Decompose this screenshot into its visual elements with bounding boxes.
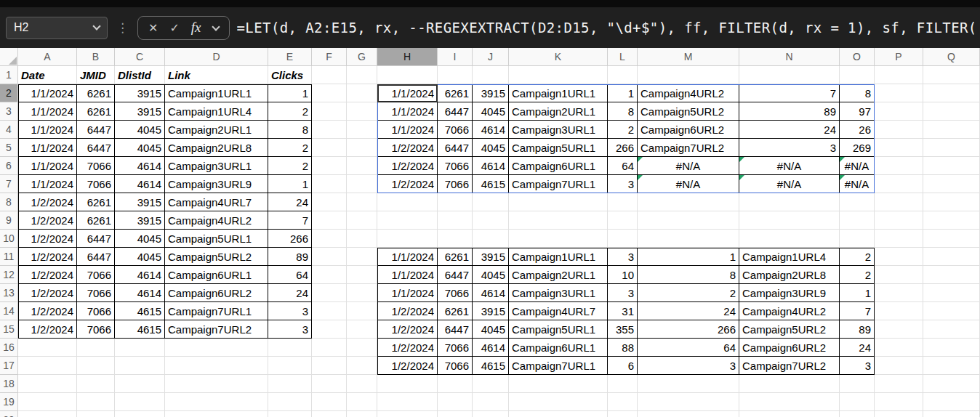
row-header-11[interactable]: 11 [0,248,18,266]
cell-A7[interactable]: 1/1/2024 [18,175,77,193]
cell-N8[interactable] [739,193,840,211]
cell-O11[interactable]: 2 [840,248,875,266]
cell-B18[interactable] [77,375,115,393]
cell-P6[interactable] [875,157,923,175]
column-header-K[interactable]: K [509,48,608,66]
cell-Q3[interactable] [923,102,980,121]
cell-B1[interactable]: JMID [77,66,115,84]
cell-B20[interactable] [77,411,115,417]
cell-I18[interactable] [438,375,473,393]
row-header-10[interactable]: 10 [0,230,18,248]
cell-P18[interactable] [875,375,923,393]
cell-H3[interactable]: 1/1/2024 [377,102,438,121]
cell-D10[interactable]: Campaign5URL1 [165,230,268,248]
cell-P10[interactable] [875,230,923,248]
cell-E16[interactable] [268,339,312,357]
cell-B8[interactable]: 6261 [77,193,115,211]
cell-P20[interactable] [875,411,923,417]
column-header-C[interactable]: C [115,48,165,66]
cell-J10[interactable] [473,230,509,248]
cell-L1[interactable] [608,66,638,84]
cell-N18[interactable] [739,375,840,393]
cell-C20[interactable] [115,411,165,417]
cell-P17[interactable] [875,357,923,375]
row-header-6[interactable]: 6 [0,157,18,175]
cell-N20[interactable] [739,411,840,417]
cell-K11[interactable]: Campaign1URL1 [509,248,608,266]
cell-M7-error[interactable]: #N/A [638,175,739,193]
cell-G11[interactable] [347,248,377,266]
cell-Q11[interactable] [923,248,980,266]
cell-M14[interactable]: 24 [638,302,739,320]
cell-O1[interactable] [840,66,875,84]
cell-Q12[interactable] [923,266,980,284]
cell-L6[interactable]: 64 [608,157,638,175]
cell-G12[interactable] [347,266,377,284]
cell-A19[interactable] [18,393,77,411]
cell-P13[interactable] [875,284,923,302]
cell-A20[interactable] [18,411,77,417]
cell-M17[interactable]: 3 [638,357,739,375]
column-header-H[interactable]: H [377,48,438,66]
cell-E4[interactable]: 8 [268,121,312,139]
cell-L18[interactable] [608,375,638,393]
cell-A13[interactable]: 1/2/2024 [18,284,77,302]
cell-P2[interactable] [875,84,923,102]
enter-button[interactable]: ✓ [169,21,179,35]
cell-C5[interactable]: 4045 [115,139,165,157]
cell-J3[interactable]: 4045 [473,102,509,121]
cell-F12[interactable] [312,266,347,284]
cell-N4[interactable]: 24 [739,121,840,139]
cell-M4[interactable]: Campaign6URL2 [638,121,739,139]
cell-G19[interactable] [347,393,377,411]
cell-G1[interactable] [347,66,377,84]
cell-P19[interactable] [875,393,923,411]
cell-I5[interactable]: 6447 [438,139,473,157]
cell-O5[interactable]: 269 [840,139,875,157]
cell-M11[interactable]: 1 [638,248,739,266]
row-header-8[interactable]: 8 [0,193,18,211]
formula-input[interactable]: =LET(d, A2:E15, rx, --REGEXEXTRACT(D2:D1… [237,20,974,36]
cell-C1[interactable]: DlistId [115,66,165,84]
cell-O12[interactable]: 2 [840,266,875,284]
cell-B16[interactable] [77,339,115,357]
row-header-16[interactable]: 16 [0,339,18,357]
cell-D19[interactable] [165,393,268,411]
cell-P7[interactable] [875,175,923,193]
cell-D17[interactable] [165,357,268,375]
cell-M20[interactable] [638,411,739,417]
cell-G2[interactable] [347,84,377,102]
cell-F14[interactable] [312,302,347,320]
cell-G20[interactable] [347,411,377,417]
cell-F4[interactable] [312,121,347,139]
row-header-18[interactable]: 18 [0,375,18,393]
cell-H5[interactable]: 1/2/2024 [377,139,438,157]
cell-L17[interactable]: 6 [608,357,638,375]
column-header-B[interactable]: B [77,48,115,66]
name-box-chevron-icon[interactable] [92,22,100,30]
cell-B6[interactable]: 7066 [77,157,115,175]
cell-B2[interactable]: 6261 [77,84,115,102]
cell-N3[interactable]: 89 [739,102,840,121]
cell-E14[interactable]: 3 [268,302,312,320]
cell-A12[interactable]: 1/2/2024 [18,266,77,284]
cell-Q20[interactable] [923,411,980,417]
cell-K2[interactable]: Campaign1URL1 [509,84,608,102]
name-box[interactable]: H2 [6,17,108,39]
cell-N11[interactable]: Campaign1URL4 [739,248,840,266]
cell-P16[interactable] [875,339,923,357]
cell-N9[interactable] [739,211,840,230]
row-header-2[interactable]: 2 [0,84,18,102]
cell-C11[interactable]: 4045 [115,248,165,266]
cell-J12[interactable]: 4045 [473,266,509,284]
row-header-12[interactable]: 12 [0,266,18,284]
cell-D9[interactable]: Campaign4URL2 [165,211,268,230]
cell-I13[interactable]: 7066 [438,284,473,302]
cell-E7[interactable]: 1 [268,175,312,193]
cell-O17[interactable]: 3 [840,357,875,375]
cell-I6[interactable]: 7066 [438,157,473,175]
cell-J9[interactable] [473,211,509,230]
formula-bar-expand-icon[interactable] [212,23,220,31]
cell-M1[interactable] [638,66,739,84]
cell-E12[interactable]: 64 [268,266,312,284]
